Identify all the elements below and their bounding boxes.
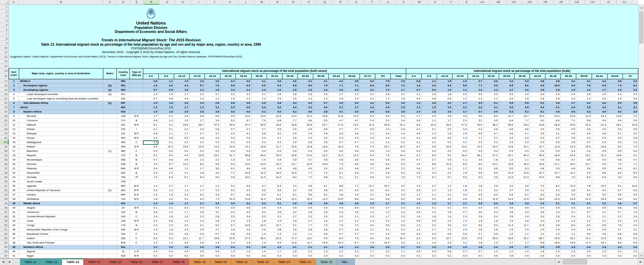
- cell-value-both[interactable]: 10.8: [313, 114, 329, 119]
- cell-value-male[interactable]: 8.5: [452, 162, 468, 167]
- cell-value-both[interactable]: 2.0: [375, 245, 390, 250]
- cell-value-both[interactable]: 2.6: [360, 105, 375, 110]
- row-header-33[interactable]: 33: [0, 149, 8, 153]
- cell-value-both[interactable]: 2.1: [344, 215, 360, 219]
- cell-value-both[interactable]: 12.6: [236, 162, 251, 167]
- cell-value-both[interactable]: 14.8: [267, 114, 282, 119]
- cell-value-male[interactable]: 0.4: [530, 206, 545, 210]
- cell-value-both[interactable]: 5.6: [344, 162, 360, 167]
- cell-type-of-data[interactable]: B R: [130, 114, 143, 119]
- cell-value-male[interactable]: 3.2: [468, 167, 483, 171]
- age-group-header[interactable]: 40-44: [530, 74, 545, 79]
- cell-sort-order[interactable]: 7: [9, 105, 19, 110]
- cell-value-male[interactable]: 0.6: [406, 167, 421, 171]
- cell-area-name[interactable]: Uganda: [19, 184, 103, 188]
- cell-value-male[interactable]: 0.8: [406, 79, 421, 84]
- cell-value-male[interactable]: ..: [530, 180, 545, 184]
- cell-value-both[interactable]: 14.9: [251, 162, 267, 167]
- cell-value-both[interactable]: 0.5: [360, 127, 375, 132]
- cell-value-male[interactable]: 0.6: [406, 210, 421, 215]
- cell-area-name[interactable]: Algeria: [19, 250, 103, 254]
- cell-value-both[interactable]: 0.4: [267, 254, 282, 258]
- row-header-43[interactable]: 43: [0, 192, 8, 197]
- cell-notes[interactable]: [103, 132, 116, 136]
- cell-value-male[interactable]: 9.5: [530, 84, 545, 88]
- cell-value-both[interactable]: 0.2: [205, 140, 220, 145]
- cell-value-male[interactable]: 1.6: [452, 245, 468, 250]
- cell-value-male[interactable]: 5.9: [623, 171, 638, 175]
- cell-value-male[interactable]: 1.3: [545, 232, 561, 236]
- cell-value-both[interactable]: 9.1: [158, 123, 174, 127]
- cell-value-both[interactable]: 3.1: [205, 105, 220, 110]
- cell-value-male[interactable]: 1.6: [452, 184, 468, 188]
- cell-value-male[interactable]: 4.0: [468, 132, 483, 136]
- cell-value-male[interactable]: 5.9: [561, 193, 576, 197]
- cell-notes[interactable]: [103, 210, 116, 215]
- cell-value-male[interactable]: ..: [421, 180, 437, 184]
- cell-value-male[interactable]: 2.1: [452, 202, 468, 206]
- cell-value-both[interactable]: 13.4: [190, 145, 205, 149]
- cell-value-male[interactable]: 1.6: [437, 105, 452, 110]
- cell-value-both[interactable]: 5.7: [220, 193, 236, 197]
- cell-value-both[interactable]: 1.7: [174, 210, 189, 215]
- cell-value-male[interactable]: 1.8: [530, 250, 545, 254]
- cell-value-both[interactable]: 0.3: [205, 254, 220, 258]
- cell-value-male[interactable]: 7.7: [514, 119, 530, 123]
- cell-value-male[interactable]: 0.4: [576, 149, 592, 153]
- row-header-1[interactable]: 1: [0, 5, 8, 9]
- cell-sort-order[interactable]: 10: [9, 119, 19, 123]
- cell-value-male[interactable]: 8.3: [607, 145, 623, 149]
- cell-value-both[interactable]: 0.5: [329, 149, 344, 153]
- row-header-5[interactable]: 5: [0, 23, 8, 28]
- row-header-17[interactable]: 17: [0, 79, 8, 83]
- cell-value-both[interactable]: 2.8: [282, 228, 298, 232]
- cell-value-both[interactable]: 3.3: [143, 162, 158, 167]
- cell-value-male[interactable]: 1.1: [406, 245, 421, 250]
- cell-value-male[interactable]: 4.6: [561, 110, 576, 114]
- cell-value-male[interactable]: 3.4: [483, 215, 499, 219]
- cell-value-male[interactable]: 5.9: [421, 153, 437, 158]
- cell-value-male[interactable]: 2.2: [421, 223, 437, 228]
- cell-value-both[interactable]: 0.8: [158, 167, 174, 171]
- cell-value-both[interactable]: 2.1: [282, 245, 298, 250]
- cell-value-both[interactable]: 0.2: [375, 254, 390, 258]
- cell-value-both[interactable]: 2.2: [158, 171, 174, 175]
- cell-value-male[interactable]: 0.4: [530, 140, 545, 145]
- cell-value-male[interactable]: 4.4: [437, 84, 452, 88]
- sheet-tab-table-12[interactable]: Table 12: [41, 259, 62, 265]
- cell-value-male[interactable]: 2.6: [499, 97, 514, 101]
- cell-value-both[interactable]: 4.9: [251, 101, 267, 105]
- cell-value-male[interactable]: ..: [545, 180, 561, 184]
- cell-value-both[interactable]: 3.8: [251, 132, 267, 136]
- cell-value-male[interactable]: 9.6: [514, 84, 530, 88]
- cell-value-male[interactable]: 5.8: [452, 84, 468, 88]
- cell-value-male[interactable]: 7.0: [623, 114, 638, 119]
- row-header-53[interactable]: 53: [0, 236, 8, 240]
- cell-value-male[interactable]: 2.2: [623, 228, 638, 232]
- column-header-M[interactable]: M: [254, 0, 270, 5]
- cell-value-male[interactable]: 2.9: [514, 228, 530, 232]
- cell-value-male[interactable]: 14.7: [545, 171, 561, 175]
- cell-value-male[interactable]: 8.8: [421, 162, 437, 167]
- cell-value-male[interactable]: 2.4: [607, 92, 623, 97]
- cell-value-both[interactable]: 37.4: [236, 123, 251, 127]
- cell-country-code[interactable]: 902: [116, 88, 130, 92]
- cell-value-both[interactable]: 0.2: [220, 140, 236, 145]
- cell-value-both[interactable]: 28.1: [190, 123, 205, 127]
- cell-value-both[interactable]: 0.4: [236, 149, 251, 153]
- cell-value-both[interactable]: 4.3: [236, 184, 251, 188]
- sheet-tab-tabl-[interactable]: Tabl…: [337, 259, 355, 265]
- cell-value-male[interactable]: 2.3: [592, 245, 607, 250]
- cell-value-male[interactable]: 6.9: [592, 84, 607, 88]
- cell-value-both[interactable]: 0.6: [329, 158, 344, 162]
- cell-value-both[interactable]: 3.3: [360, 97, 375, 101]
- cell-value-both[interactable]: 15.8: [205, 236, 220, 241]
- cell-value-both[interactable]: 3.4: [236, 215, 251, 219]
- cell-value-male[interactable]: 1.3: [421, 202, 437, 206]
- cell-area-name[interactable]: Malawi: [19, 145, 103, 149]
- table-header-destination-area[interactable]: Major area, region, country or area of d…: [19, 69, 103, 79]
- cell-value-male[interactable]: 1.1: [514, 158, 530, 162]
- cell-country-code[interactable]: 903: [116, 105, 130, 110]
- cell-value-male[interactable]: 0.5: [607, 127, 623, 132]
- cell-area-name[interactable]: Democratic Republic of the Congo: [19, 228, 103, 232]
